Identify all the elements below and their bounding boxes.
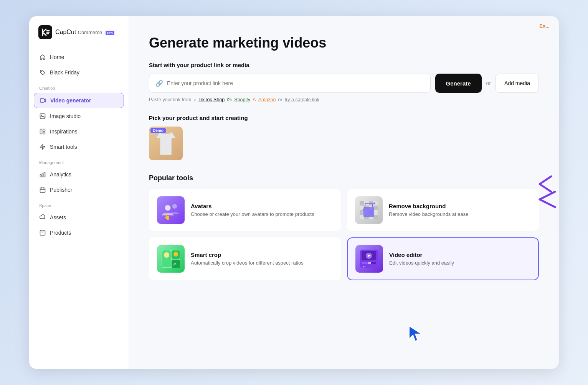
smart-crop-desc: Automatically crop videos for different … xyxy=(191,260,304,267)
page-title: Generate marketing videos xyxy=(149,35,539,51)
calendar-icon xyxy=(39,186,46,193)
sidebar-item-smart-tools[interactable]: Smart tools xyxy=(34,140,124,154)
remove-bg-title: Remove background xyxy=(389,203,468,209)
logo-area: CapCut Commerce Pro xyxy=(29,25,129,50)
svg-point-15 xyxy=(165,205,170,211)
tag-icon xyxy=(39,69,46,76)
generate-button[interactable]: Generate xyxy=(435,74,482,93)
avatars-tool-info: Avatars Choose or create your own avatar… xyxy=(191,203,314,218)
svg-rect-12 xyxy=(40,230,45,235)
pro-badge: Pro xyxy=(106,31,114,35)
product-input-wrapper[interactable]: 🔗 xyxy=(149,74,431,93)
product-card[interactable]: Demo xyxy=(149,127,183,160)
svg-text:✦: ✦ xyxy=(362,208,365,212)
svg-rect-6 xyxy=(43,129,45,132)
sidebar-item-video-generator[interactable]: Video generator xyxy=(34,93,124,108)
bar-chart-icon xyxy=(39,171,46,178)
sidebar-item-home[interactable]: Home xyxy=(34,50,124,64)
sidebar-item-assets[interactable]: Assets xyxy=(34,210,124,225)
sidebar-item-black-friday[interactable]: Black Friday xyxy=(34,65,124,80)
sidebar-item-inspirations[interactable]: Inspirations xyxy=(34,124,124,139)
svg-point-1 xyxy=(41,71,42,72)
tool-card-avatars[interactable]: 👆 Avatars Choose or create your own avat… xyxy=(149,189,341,231)
add-media-button[interactable]: Add media xyxy=(496,74,539,93)
svg-rect-9 xyxy=(42,173,43,177)
avatars-tool-image: 👆 xyxy=(157,196,185,224)
svg-rect-26 xyxy=(363,207,374,217)
avatars-desc: Choose or create your own avatars to pro… xyxy=(191,211,314,218)
svg-rect-7 xyxy=(43,132,45,134)
svg-rect-11 xyxy=(40,188,45,192)
management-section-label: Management xyxy=(34,155,124,167)
smart-crop-tool-info: Smart crop Automatically crop videos for… xyxy=(191,252,304,267)
remove-bg-desc: Remove video backgrounds at ease xyxy=(389,211,468,218)
smart-crop-title: Smart crop xyxy=(191,252,304,258)
sidebar-item-products-label: Products xyxy=(50,230,71,236)
tools-grid: 👆 Avatars Choose or create your own avat… xyxy=(149,189,539,280)
svg-rect-32 xyxy=(162,259,171,267)
svg-text:👆: 👆 xyxy=(163,213,171,220)
video-editor-tool-image xyxy=(355,245,383,273)
svg-point-34 xyxy=(173,252,178,257)
app-container: CapCut Commerce Pro Home Black Friday xyxy=(29,16,559,369)
sidebar: CapCut Commerce Pro Home Black Friday xyxy=(29,16,129,369)
svg-rect-41 xyxy=(362,262,368,264)
shopify-icon: 🛍 xyxy=(227,97,232,102)
tool-card-remove-bg[interactable]: ✦ ✦ Remove background Remove video backg… xyxy=(347,189,539,231)
tiktok-icon: ♪ xyxy=(193,97,196,102)
pick-product-title: Pick your product and start creating xyxy=(149,115,539,121)
or-text: or xyxy=(486,80,491,86)
input-row: 🔗 Generate or Add media xyxy=(149,74,539,93)
logo-name: CapCut Commerce Pro xyxy=(55,29,114,36)
sidebar-item-inspirations-label: Inspirations xyxy=(50,128,78,135)
svg-rect-42 xyxy=(368,262,371,264)
sidebar-item-products[interactable]: Products xyxy=(34,225,124,240)
svg-point-31 xyxy=(164,252,169,258)
image-icon xyxy=(39,113,46,120)
product-link-input[interactable] xyxy=(167,80,424,86)
box-icon xyxy=(39,229,46,236)
zap-icon xyxy=(39,143,46,150)
tool-card-smart-crop[interactable]: ↗ Smart crop Automatically crop videos f… xyxy=(149,237,341,280)
home-icon xyxy=(39,54,46,61)
paste-hint: Paste your link from ♪ TikTok Shop 🛍 Sho… xyxy=(149,97,539,102)
video-editor-title: Video editor xyxy=(389,252,454,258)
sidebar-item-assets-label: Assets xyxy=(50,214,66,220)
top-right-badge: Ex... xyxy=(539,23,550,29)
svg-rect-8 xyxy=(40,174,41,177)
tool-card-video-editor[interactable]: Video editor Edit videos quickly and eas… xyxy=(347,237,539,280)
amazon-link[interactable]: Amazon xyxy=(258,97,276,102)
svg-point-14 xyxy=(172,204,177,209)
svg-rect-18 xyxy=(360,201,364,206)
cloud-icon xyxy=(39,214,46,221)
try-sample-link[interactable]: try a sample link xyxy=(285,97,319,102)
sidebar-item-publisher[interactable]: Publisher xyxy=(34,183,124,197)
amazon-icon: A xyxy=(253,97,256,102)
shopify-link[interactable]: Shopify xyxy=(234,97,250,102)
cursor-decoration xyxy=(408,324,424,346)
main-content: Ex... Generate marketing videos Start wi… xyxy=(129,16,559,369)
svg-rect-2 xyxy=(40,99,44,102)
svg-text:↗: ↗ xyxy=(172,262,176,267)
remove-bg-tool-info: Remove background Remove video backgroun… xyxy=(389,203,468,218)
sidebar-item-analytics-label: Analytics xyxy=(50,171,71,178)
logo-sub: Commerce xyxy=(78,30,102,35)
remove-bg-tool-image: ✦ ✦ xyxy=(355,196,383,224)
layout-icon xyxy=(39,128,46,135)
logo-text: CapCut Commerce Pro xyxy=(55,29,114,36)
link-icon: 🔗 xyxy=(155,80,163,87)
creation-section-label: Creation xyxy=(34,81,124,93)
tiktok-shop-link[interactable]: TikTok Shop xyxy=(198,97,225,102)
video-editor-tool-info: Video editor Edit videos quickly and eas… xyxy=(389,252,454,267)
svg-rect-0 xyxy=(38,25,52,39)
sidebar-item-image-studio[interactable]: Image studio xyxy=(34,109,124,123)
input-section-label: Start with your product link or media xyxy=(149,62,539,68)
sidebar-item-publisher-label: Publisher xyxy=(50,187,72,193)
sidebar-item-image-studio-label: Image studio xyxy=(50,113,81,119)
capcut-logo-icon xyxy=(38,25,52,39)
video-icon xyxy=(40,97,46,104)
sidebar-item-analytics[interactable]: Analytics xyxy=(34,167,124,182)
smart-crop-tool-image: ↗ xyxy=(157,245,185,273)
svg-rect-10 xyxy=(44,172,45,177)
sidebar-item-smart-tools-label: Smart tools xyxy=(50,144,77,150)
